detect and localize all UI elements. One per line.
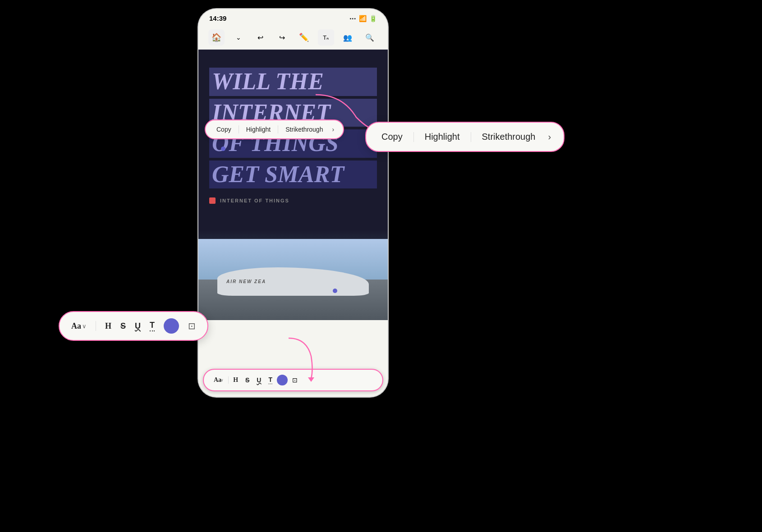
airplane-image: AIR NEW ZEA	[198, 230, 388, 320]
status-time: 14:39	[209, 14, 226, 22]
large-strikethrough-label: S	[120, 321, 126, 331]
in-phone-underline-button[interactable]: U	[254, 375, 264, 385]
in-phone-strikethrough-button[interactable]: S	[243, 375, 252, 385]
large-font-button[interactable]: Aa ∨	[69, 320, 89, 333]
in-phone-text-toolbar: Aa ∨ H S U T ⊡	[203, 369, 383, 391]
large-strikethrough-button[interactable]: S	[118, 320, 129, 333]
large-strikethrough-button[interactable]: Strikethrough	[476, 129, 542, 145]
highlight-pen-button[interactable]: ✏️	[296, 29, 312, 46]
separator	[96, 321, 96, 331]
in-phone-context-menu: Copy Highlight Strikethrough ›	[205, 119, 344, 139]
large-heading-label: H	[105, 321, 111, 331]
large-select-icon-glyph: ⊡	[188, 321, 196, 331]
in-phone-font-button[interactable]: Aa ∨	[211, 375, 226, 385]
textstyle-label: T	[268, 376, 272, 384]
in-phone-heading-button[interactable]: H	[230, 375, 241, 385]
underline-label: U	[257, 376, 261, 384]
large-select-icon[interactable]: ⊡	[185, 319, 198, 333]
status-icons: ••• 📶 🔋	[349, 15, 377, 22]
status-bar: 14:39 ••• 📶 🔋	[198, 9, 388, 26]
translate-button[interactable]: Tₙ	[318, 29, 334, 46]
selection-dot-bottom	[333, 289, 337, 293]
large-underline-button[interactable]: U	[132, 320, 143, 333]
wifi-icon: 📶	[359, 15, 367, 22]
search-button[interactable]: 🔍	[362, 29, 378, 46]
redo-button[interactable]: ↪	[274, 29, 290, 46]
airplane-photo: AIR NEW ZEA	[198, 239, 388, 320]
strikethrough-label: S	[245, 376, 249, 384]
tag-icon	[209, 197, 216, 204]
font-chevron-icon: ∨	[220, 378, 224, 382]
large-copy-button[interactable]: Copy	[375, 129, 409, 145]
large-textstyle-button[interactable]: T	[147, 319, 157, 333]
article-tag: INTERNET OF THINGS	[209, 197, 377, 204]
large-font-chevron-icon: ∨	[82, 323, 87, 330]
user-button[interactable]: 👥	[340, 29, 356, 46]
home-button[interactable]: 🏠	[208, 29, 225, 46]
large-color-circle[interactable]	[164, 318, 179, 334]
article-content: Copy Highlight Strikethrough › WILL THE …	[198, 50, 388, 320]
in-phone-textstyle-button[interactable]: T	[266, 374, 275, 386]
separator	[278, 125, 278, 133]
separator	[413, 132, 414, 142]
dropdown-button[interactable]: ⌄	[230, 29, 247, 46]
large-heading-button[interactable]: H	[102, 320, 114, 333]
battery-icon: 🔋	[369, 15, 377, 22]
context-menu-more-arrow[interactable]: ›	[329, 124, 337, 135]
headline-line-4: GET SMART	[209, 161, 377, 189]
large-highlight-button[interactable]: Highlight	[418, 129, 466, 145]
in-phone-copy-button[interactable]: Copy	[212, 124, 236, 135]
in-phone-select-icon[interactable]: ⊡	[289, 375, 300, 385]
heading-label: H	[233, 376, 238, 384]
undo-button[interactable]: ↩	[252, 29, 268, 46]
in-phone-strikethrough-button[interactable]: Strikethrough	[281, 124, 327, 135]
select-icon: ⊡	[292, 376, 298, 384]
large-textstyle-label: T	[150, 321, 155, 331]
phone-body: Copy Highlight Strikethrough › WILL THE …	[198, 50, 388, 397]
in-phone-color-circle[interactable]	[277, 375, 288, 385]
phone-frame: 14:39 ••• 📶 🔋 🏠 ⌄ ↩ ↪ ✏️ Tₙ 👥 🔍 C	[198, 9, 388, 397]
large-underline-label: U	[135, 321, 141, 331]
signal-icon: •••	[349, 16, 356, 21]
selection-dot-top	[221, 147, 225, 151]
large-text-toolbar: Aa ∨ H S U T ⊡	[59, 311, 208, 341]
large-context-more-arrow[interactable]: ›	[545, 129, 555, 145]
tag-label: INTERNET OF THINGS	[220, 198, 289, 203]
separator	[228, 376, 229, 384]
top-toolbar: 🏠 ⌄ ↩ ↪ ✏️ Tₙ 👥 🔍	[198, 26, 388, 50]
large-context-menu: Copy Highlight Strikethrough ›	[365, 122, 565, 152]
large-font-aa-label: Aa	[71, 321, 81, 331]
headline-line-1: WILL THE	[209, 68, 377, 96]
separator	[471, 132, 471, 142]
separator	[239, 125, 239, 133]
in-phone-highlight-button[interactable]: Highlight	[242, 124, 275, 135]
